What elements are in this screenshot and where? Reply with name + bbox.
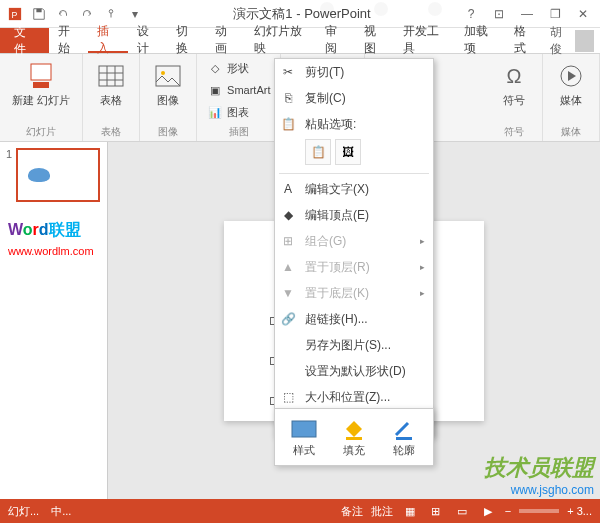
- view-sorter-icon[interactable]: ⊞: [427, 502, 445, 520]
- shapes-button[interactable]: ◇形状: [205, 58, 251, 78]
- mt-fill[interactable]: 填充: [340, 417, 368, 458]
- copy-icon: ⎘: [279, 89, 297, 107]
- context-menu: ✂剪切(T) ⎘复制(C) 📋粘贴选项: 📋 🖼 A编辑文字(X) ◆编辑顶点(…: [274, 58, 434, 437]
- group-image-label: 图像: [158, 125, 178, 139]
- sb-zoom-out[interactable]: −: [505, 505, 511, 517]
- smartart-icon: ▣: [207, 82, 223, 98]
- outline-icon: [390, 417, 418, 441]
- ppt-icon: P: [4, 3, 26, 25]
- group-slides-label: 幻灯片: [26, 125, 56, 139]
- cm-size-pos[interactable]: ⬚大小和位置(Z)...: [275, 384, 433, 410]
- cm-copy[interactable]: ⎘复制(C): [275, 85, 433, 111]
- file-tab[interactable]: 文件: [0, 28, 49, 53]
- mt-outline[interactable]: 轮廓: [390, 417, 418, 458]
- cm-save-as-pic[interactable]: 另存为图片(S)...: [275, 332, 433, 358]
- svg-rect-2: [36, 8, 41, 12]
- tab-animation[interactable]: 动画: [206, 28, 245, 53]
- tab-addins[interactable]: 加载项: [455, 28, 505, 53]
- new-slide-button[interactable]: 新建 幻灯片: [8, 58, 74, 109]
- redo-icon[interactable]: [76, 3, 98, 25]
- table-button[interactable]: 表格: [91, 58, 131, 109]
- fill-icon: [340, 417, 368, 441]
- view-slideshow-icon[interactable]: ▶: [479, 502, 497, 520]
- tab-transition[interactable]: 切换: [167, 28, 206, 53]
- cut-icon: ✂: [279, 63, 297, 81]
- send-back-icon: ▼: [279, 284, 297, 302]
- mini-toolbar: 样式 填充 轮廓: [274, 408, 434, 466]
- close-icon[interactable]: ✕: [570, 3, 596, 25]
- cm-set-default[interactable]: 设置为默认形状(D): [275, 358, 433, 384]
- chart-button[interactable]: 📊图表: [205, 102, 251, 122]
- image-icon: [152, 60, 184, 92]
- group-table-label: 表格: [101, 125, 121, 139]
- smartart-button[interactable]: ▣SmartArt: [205, 80, 272, 100]
- image-button[interactable]: 图像: [148, 58, 188, 109]
- cm-edit-points[interactable]: ◆编辑顶点(E): [275, 202, 433, 228]
- sb-comments[interactable]: 批注: [371, 504, 393, 519]
- touch-icon[interactable]: [100, 3, 122, 25]
- view-normal-icon[interactable]: ▦: [401, 502, 419, 520]
- statusbar: 幻灯... 中... 备注 批注 ▦ ⊞ ▭ ▶ − + 3...: [0, 499, 600, 523]
- style-icon: [290, 417, 318, 441]
- slide-number: 1: [6, 148, 12, 202]
- svg-rect-5: [33, 82, 49, 88]
- table-icon: [95, 60, 127, 92]
- sb-lang[interactable]: 中...: [51, 504, 71, 519]
- cm-send-back: ▼置于底层(K)▸: [275, 280, 433, 306]
- thumb-cloud-shape: [28, 168, 50, 182]
- svg-point-12: [161, 71, 165, 75]
- minimize-icon[interactable]: —: [514, 3, 540, 25]
- ribbon-tabs: 文件 开始 插入 设计 切换 动画 幻灯片放映 审阅 视图 开发工具 加载项 格…: [0, 28, 600, 54]
- tab-review[interactable]: 审阅: [316, 28, 355, 53]
- cm-paste-label: 📋粘贴选项:: [275, 111, 433, 137]
- svg-text:P: P: [12, 9, 18, 19]
- tab-slideshow[interactable]: 幻灯片放映: [245, 28, 316, 53]
- bring-front-icon: ▲: [279, 258, 297, 276]
- tab-format[interactable]: 格式: [505, 28, 544, 53]
- cm-bring-front: ▲置于顶层(R)▸: [275, 254, 433, 280]
- slide-panel: 1: [0, 142, 108, 499]
- sb-zoom[interactable]: + 3...: [567, 505, 592, 517]
- group-icon: ⊞: [279, 232, 297, 250]
- sb-notes[interactable]: 备注: [341, 504, 363, 519]
- cm-hyperlink[interactable]: 🔗超链接(H)...: [275, 306, 433, 332]
- corner-logo: 技术员联盟 www.jsgho.com: [484, 453, 594, 497]
- watermark: Word联盟 www.wordlm.com: [8, 220, 94, 259]
- ribbon-display-icon[interactable]: ⊡: [486, 3, 512, 25]
- slide-thumbnail[interactable]: [16, 148, 100, 202]
- qat-more-icon[interactable]: ▾: [124, 3, 146, 25]
- size-icon: ⬚: [279, 388, 297, 406]
- cm-cut[interactable]: ✂剪切(T): [275, 59, 433, 85]
- mt-style[interactable]: 样式: [290, 417, 318, 458]
- sb-slide[interactable]: 幻灯...: [8, 504, 39, 519]
- chart-icon: 📊: [207, 104, 223, 120]
- media-button[interactable]: 媒体: [551, 58, 591, 109]
- user-name[interactable]: 胡俊: [544, 28, 600, 53]
- symbol-button[interactable]: Ω 符号: [494, 58, 534, 109]
- svg-rect-16: [346, 437, 362, 440]
- tab-design[interactable]: 设计: [128, 28, 167, 53]
- symbol-icon: Ω: [498, 60, 530, 92]
- paste-option-1[interactable]: 📋: [305, 139, 331, 165]
- paste-option-2[interactable]: 🖼: [335, 139, 361, 165]
- svg-point-3: [109, 9, 113, 13]
- undo-icon[interactable]: [52, 3, 74, 25]
- new-slide-icon: [25, 60, 57, 92]
- media-icon: [555, 60, 587, 92]
- tab-developer[interactable]: 开发工具: [394, 28, 454, 53]
- tab-home[interactable]: 开始: [49, 28, 88, 53]
- save-icon[interactable]: [28, 3, 50, 25]
- tab-insert[interactable]: 插入: [88, 28, 127, 53]
- shapes-icon: ◇: [207, 60, 223, 76]
- svg-rect-17: [396, 437, 412, 440]
- cm-edit-text[interactable]: A编辑文字(X): [275, 176, 433, 202]
- tab-view[interactable]: 视图: [355, 28, 394, 53]
- group-symbol-label: 符号: [504, 125, 524, 139]
- view-reading-icon[interactable]: ▭: [453, 502, 471, 520]
- cm-group: ⊞组合(G)▸: [275, 228, 433, 254]
- help-icon[interactable]: ?: [458, 3, 484, 25]
- paste-icon: 📋: [279, 115, 297, 133]
- edit-text-icon: A: [279, 180, 297, 198]
- restore-icon[interactable]: ❐: [542, 3, 568, 25]
- zoom-slider[interactable]: [519, 509, 559, 513]
